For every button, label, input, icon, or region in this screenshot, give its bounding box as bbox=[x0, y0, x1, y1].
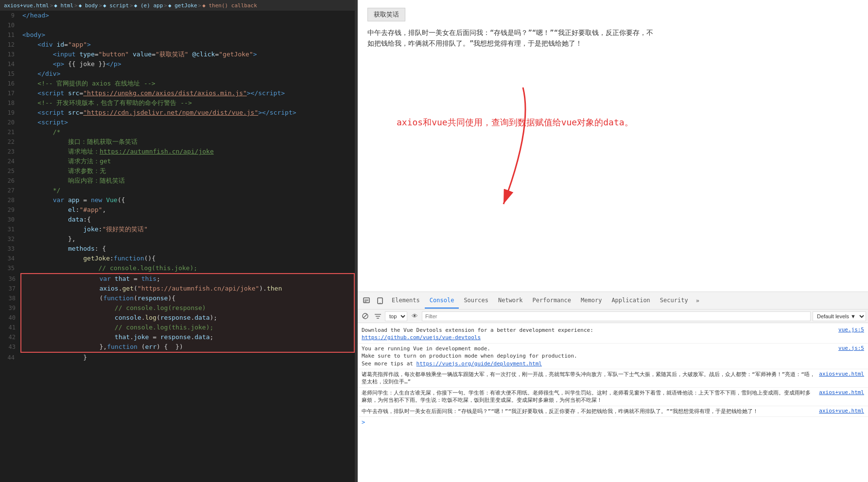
joke-display: 中午去存钱，排队时一美女在后面问我：“存钱是吗？”“嗯！”“我正好要取钱，反正你… bbox=[367, 27, 659, 49]
console-prompt[interactable]: > bbox=[358, 417, 868, 428]
code-line: 13 <input type="button" value="获取笑话" @cl… bbox=[0, 50, 355, 59]
tab-console[interactable]: Console bbox=[425, 293, 459, 309]
console-entry: Download the Vue Devtools extension for … bbox=[358, 325, 868, 344]
console-source[interactable]: axios+vue.html bbox=[819, 408, 864, 414]
tab-security[interactable]: Security bbox=[655, 293, 693, 309]
code-line: 18 <!-- 开发环境版本，包含了有帮助的命令行警告 --> bbox=[0, 98, 355, 108]
code-line: 44 } bbox=[0, 353, 355, 362]
console-source[interactable]: vue.js:5 bbox=[838, 327, 864, 333]
code-line: 22 接口：随机获取一条笑话 bbox=[0, 137, 355, 147]
code-line: 30 data:{ bbox=[0, 215, 355, 224]
code-line: 36 var that = this; bbox=[1, 274, 354, 284]
more-tabs-button[interactable]: » bbox=[693, 293, 702, 308]
breadcrumb-file: axios+vue.html bbox=[4, 2, 49, 9]
breadcrumb-callback: ◆ then() callback bbox=[202, 2, 257, 9]
code-line: 12 <div id="app"> bbox=[0, 40, 355, 50]
preview-content: 获取笑话 中午去存钱，排队时一美女在后面问我：“存钱是吗？”“嗯！”“我正好要取… bbox=[358, 0, 868, 57]
default-levels-select[interactable]: Default levels ▼ bbox=[813, 311, 866, 321]
console-entry: 中午去存钱，排队时一美女在后面问我：“存钱是吗？”“嗯！”“我正好要取钱，反正你… bbox=[358, 406, 868, 417]
breadcrumb-app: ◆ (e) app bbox=[134, 2, 163, 9]
browser-preview: 获取笑话 中午去存钱，排队时一美女在后面问我：“存钱是吗？”“嗯！”“我正好要取… bbox=[358, 0, 868, 292]
console-source[interactable]: vue.js:5 bbox=[838, 345, 864, 351]
console-context-select[interactable]: top bbox=[385, 311, 407, 321]
code-line: 20 <script> bbox=[0, 118, 355, 127]
console-source[interactable]: axios+vue.html bbox=[819, 389, 864, 396]
highlighted-block: 36 var that = this; 37 axios.get("https:… bbox=[20, 273, 355, 353]
code-line: 28 var app = new Vue({ bbox=[0, 195, 355, 205]
console-entry: 诸葛亮指挥作战，每次都单独乘坐一辆战车跟随大军，有一次打仗，刚一开战，亮就驾车带… bbox=[358, 369, 868, 388]
code-line: 32 }, bbox=[0, 234, 355, 244]
console-output[interactable]: Download the Vue Devtools extension for … bbox=[358, 323, 868, 482]
code-line: 31 joke:"很好笑的笑话" bbox=[0, 224, 355, 234]
code-area[interactable]: 9 </head> 10 11 <body> 12 <div id="app">… bbox=[0, 11, 355, 482]
tab-elements[interactable]: Elements bbox=[387, 293, 425, 309]
tab-network[interactable]: Network bbox=[493, 293, 528, 309]
console-filter-input[interactable] bbox=[422, 311, 811, 321]
code-line: 43 },function (err) { }) bbox=[1, 342, 354, 352]
code-line: 26 响应内容：随机笑话 bbox=[0, 176, 355, 186]
editor-panel: axios+vue.html > ◆ html > ◆ body > ◆ scr… bbox=[0, 0, 355, 482]
tab-memory[interactable]: Memory bbox=[576, 293, 607, 309]
code-line: 17 <script src="https://unpkg.com/axios/… bbox=[0, 88, 355, 98]
code-line: 15 </div> bbox=[0, 69, 355, 79]
svg-point-6 bbox=[380, 302, 380, 303]
get-joke-button[interactable]: 获取笑话 bbox=[367, 8, 405, 21]
console-entry: 老师问学生：人生自古谁无屎，你接下一句。学生答：有谁大便不用纸。老师很生气，叫学… bbox=[358, 388, 868, 406]
breadcrumb-bar: axios+vue.html > ◆ html > ◆ body > ◆ scr… bbox=[0, 0, 355, 11]
eye-button[interactable]: 👁 bbox=[409, 311, 420, 322]
right-panel: 获取笑话 中午去存钱，排队时一美女在后面问我：“存钱是吗？”“嗯！”“我正好要取… bbox=[358, 0, 868, 482]
code-line: 19 <script src="https://cdn.jsdelivr.net… bbox=[0, 108, 355, 118]
code-line: 40 console.log(response.data); bbox=[1, 313, 354, 323]
code-line: 24 请求方法：get bbox=[0, 156, 355, 166]
devtools-toolbar: top 👁 Default levels ▼ bbox=[358, 310, 868, 323]
code-line: 34 getJoke:function(){ bbox=[0, 254, 355, 263]
code-line: 37 axios.get("https://autumnfish.cn/api/… bbox=[1, 284, 354, 293]
code-line: 41 // console.log(this.joke); bbox=[1, 323, 354, 332]
breadcrumb-html: ◆ html bbox=[54, 2, 73, 9]
console-source[interactable]: axios+vue.html bbox=[819, 371, 864, 377]
svg-line-8 bbox=[363, 314, 367, 318]
code-line: 21 /* bbox=[0, 127, 355, 137]
toggle-filter-button[interactable] bbox=[372, 311, 383, 322]
code-line: 9 </head> bbox=[0, 11, 355, 20]
code-line: 11 <body> bbox=[0, 30, 355, 40]
code-line: 16 <!-- 官网提供的 axios 在线地址 --> bbox=[0, 79, 355, 88]
tab-sources[interactable]: Sources bbox=[459, 293, 493, 309]
code-line: 33 methods: { bbox=[0, 244, 355, 254]
code-line: 25 请求参数：无 bbox=[0, 166, 355, 176]
code-line: 39 // console.log(response) bbox=[1, 303, 354, 313]
tab-performance[interactable]: Performance bbox=[528, 293, 576, 309]
code-line: 29 el:"#app", bbox=[0, 205, 355, 215]
breadcrumb-getjoke: ◆ getJoke bbox=[168, 2, 197, 9]
code-line: 35 // console.log(this.joke); bbox=[0, 263, 355, 273]
devtools-tab-bar: Elements Console Sources Network Perform… bbox=[358, 292, 868, 310]
code-line: 42 that.joke = response.data; bbox=[1, 332, 354, 342]
device-toolbar-button[interactable] bbox=[373, 294, 387, 308]
tab-application[interactable]: Application bbox=[607, 293, 655, 309]
inspect-element-button[interactable] bbox=[360, 294, 373, 308]
console-entry: You are running Vue in development mode.… bbox=[358, 344, 868, 369]
devtools-panel: Elements Console Sources Network Perform… bbox=[358, 292, 868, 482]
clear-console-button[interactable] bbox=[360, 311, 370, 322]
code-line: 10 bbox=[0, 20, 355, 30]
code-line: 27 */ bbox=[0, 186, 355, 195]
code-line: 23 请求地址：https://autumnfish.cn/api/joke bbox=[0, 147, 355, 156]
red-arrow bbox=[445, 78, 542, 214]
code-line: 14 <p> {{ joke }}</p> bbox=[0, 59, 355, 69]
breadcrumb-script: ◆ script bbox=[103, 2, 129, 9]
code-line: 38 (function(response){ bbox=[1, 293, 354, 303]
breadcrumb-body: ◆ body bbox=[79, 2, 98, 9]
